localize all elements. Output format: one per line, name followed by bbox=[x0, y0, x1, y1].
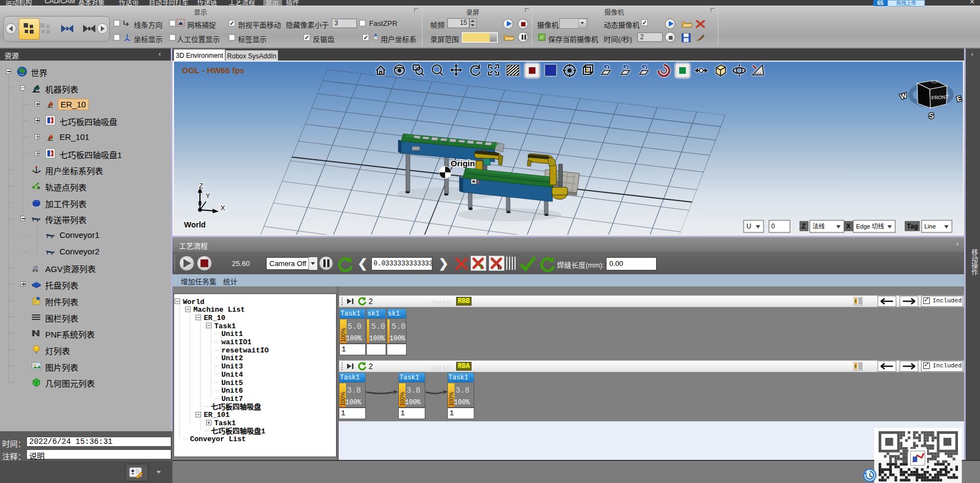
svg-text:七巧板四轴吸盘1: 七巧板四轴吸盘1 bbox=[211, 427, 266, 436]
svg-text:OGL - HW66 fps: OGL - HW66 fps bbox=[182, 66, 245, 75]
svg-text:Task1: Task1 bbox=[214, 419, 236, 427]
svg-text:Line: Line bbox=[924, 223, 936, 230]
svg-text:Unit4: Unit4 bbox=[221, 371, 243, 379]
svg-text:ER_10: ER_10 bbox=[204, 314, 225, 322]
svg-text:ER_101: ER_101 bbox=[204, 411, 230, 419]
svg-text:Y: Y bbox=[205, 192, 210, 200]
svg-text:Unit5: Unit5 bbox=[221, 379, 243, 387]
svg-text:Unit6: Unit6 bbox=[221, 387, 243, 395]
svg-text:Z: Z bbox=[802, 222, 805, 230]
svg-text:World: World bbox=[184, 220, 205, 229]
svg-text:U: U bbox=[746, 222, 751, 230]
svg-text:Conveyor List: Conveyor List bbox=[190, 435, 246, 443]
svg-text:Origin: Origin bbox=[451, 159, 475, 168]
svg-text:S: S bbox=[929, 111, 934, 120]
svg-text:Machine List: Machine List bbox=[193, 306, 245, 314]
svg-text:T: T bbox=[479, 264, 483, 270]
svg-text:Task1: Task1 bbox=[214, 322, 236, 330]
svg-text:Edge 切线: Edge 切线 bbox=[856, 222, 884, 230]
svg-text:waitIO1: waitIO1 bbox=[221, 338, 252, 346]
svg-text:L: L bbox=[497, 264, 501, 270]
svg-text:resetwaitIO: resetwaitIO bbox=[221, 346, 269, 355]
svg-text:Unit3: Unit3 bbox=[221, 362, 243, 371]
svg-text:七巧板四轴吸盘: 七巧板四轴吸盘 bbox=[211, 403, 261, 411]
svg-text:Unit2: Unit2 bbox=[221, 354, 243, 362]
svg-text:Unit1: Unit1 bbox=[221, 330, 243, 338]
svg-text:Z: Z bbox=[199, 182, 203, 190]
svg-text:Unit7: Unit7 bbox=[221, 395, 243, 403]
svg-text:0: 0 bbox=[771, 222, 775, 230]
svg-text:法线: 法线 bbox=[813, 222, 825, 230]
svg-text:X: X bbox=[220, 204, 225, 212]
svg-text:Tag: Tag bbox=[907, 222, 918, 230]
svg-text:World: World bbox=[183, 298, 204, 306]
svg-text:X: X bbox=[846, 222, 851, 230]
